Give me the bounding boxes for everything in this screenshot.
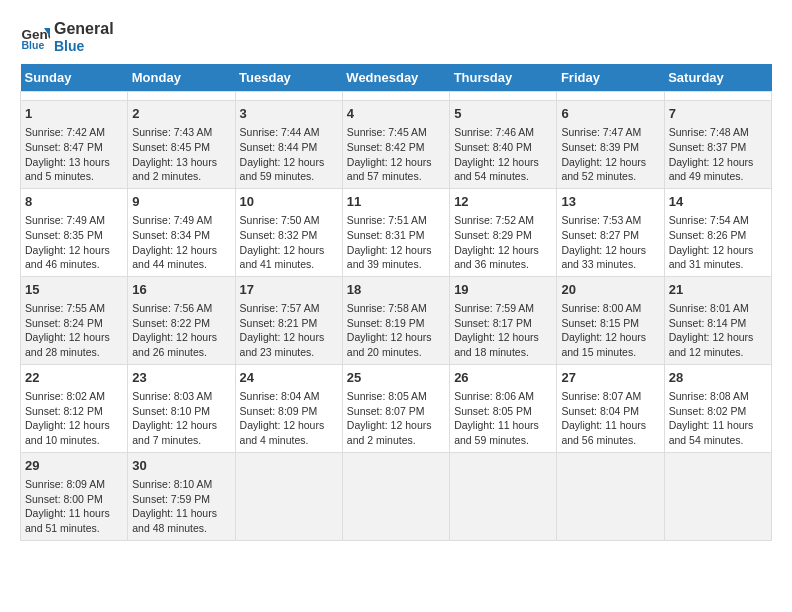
day-info: Sunrise: 7:49 AMSunset: 8:35 PMDaylight:…	[25, 213, 123, 272]
day-number: 23	[132, 369, 230, 387]
day-number: 8	[25, 193, 123, 211]
calendar-cell: 16Sunrise: 7:56 AMSunset: 8:22 PMDayligh…	[128, 276, 235, 364]
calendar-table: SundayMondayTuesdayWednesdayThursdayFrid…	[20, 64, 772, 541]
calendar-cell: 15Sunrise: 7:55 AMSunset: 8:24 PMDayligh…	[21, 276, 128, 364]
calendar-cell: 27Sunrise: 8:07 AMSunset: 8:04 PMDayligh…	[557, 364, 664, 452]
day-info: Sunrise: 7:59 AMSunset: 8:17 PMDaylight:…	[454, 301, 552, 360]
calendar-cell	[21, 92, 128, 101]
day-number: 22	[25, 369, 123, 387]
calendar-cell	[235, 92, 342, 101]
page-header: General Blue General Blue	[20, 20, 772, 54]
day-number: 12	[454, 193, 552, 211]
calendar-cell	[664, 452, 771, 540]
day-info: Sunrise: 7:55 AMSunset: 8:24 PMDaylight:…	[25, 301, 123, 360]
calendar-cell: 13Sunrise: 7:53 AMSunset: 8:27 PMDayligh…	[557, 188, 664, 276]
day-info: Sunrise: 7:56 AMSunset: 8:22 PMDaylight:…	[132, 301, 230, 360]
day-info: Sunrise: 7:47 AMSunset: 8:39 PMDaylight:…	[561, 125, 659, 184]
day-info: Sunrise: 7:42 AMSunset: 8:47 PMDaylight:…	[25, 125, 123, 184]
day-info: Sunrise: 8:06 AMSunset: 8:05 PMDaylight:…	[454, 389, 552, 448]
day-number: 1	[25, 105, 123, 123]
logo-general: General	[54, 20, 114, 38]
calendar-cell	[342, 92, 449, 101]
day-info: Sunrise: 7:50 AMSunset: 8:32 PMDaylight:…	[240, 213, 338, 272]
calendar-cell	[128, 92, 235, 101]
day-info: Sunrise: 8:10 AMSunset: 7:59 PMDaylight:…	[132, 477, 230, 536]
svg-text:Blue: Blue	[22, 39, 45, 51]
calendar-cell: 9Sunrise: 7:49 AMSunset: 8:34 PMDaylight…	[128, 188, 235, 276]
calendar-cell: 19Sunrise: 7:59 AMSunset: 8:17 PMDayligh…	[450, 276, 557, 364]
day-info: Sunrise: 8:04 AMSunset: 8:09 PMDaylight:…	[240, 389, 338, 448]
day-number: 6	[561, 105, 659, 123]
calendar-row-5: 22Sunrise: 8:02 AMSunset: 8:12 PMDayligh…	[21, 364, 772, 452]
day-header-monday: Monday	[128, 64, 235, 92]
calendar-cell: 21Sunrise: 8:01 AMSunset: 8:14 PMDayligh…	[664, 276, 771, 364]
day-number: 16	[132, 281, 230, 299]
day-info: Sunrise: 8:03 AMSunset: 8:10 PMDaylight:…	[132, 389, 230, 448]
day-number: 28	[669, 369, 767, 387]
calendar-cell	[557, 92, 664, 101]
calendar-cell: 11Sunrise: 7:51 AMSunset: 8:31 PMDayligh…	[342, 188, 449, 276]
day-number: 19	[454, 281, 552, 299]
day-info: Sunrise: 7:46 AMSunset: 8:40 PMDaylight:…	[454, 125, 552, 184]
calendar-cell	[664, 92, 771, 101]
day-number: 18	[347, 281, 445, 299]
calendar-cell: 8Sunrise: 7:49 AMSunset: 8:35 PMDaylight…	[21, 188, 128, 276]
calendar-cell: 29Sunrise: 8:09 AMSunset: 8:00 PMDayligh…	[21, 452, 128, 540]
calendar-cell: 24Sunrise: 8:04 AMSunset: 8:09 PMDayligh…	[235, 364, 342, 452]
day-number: 30	[132, 457, 230, 475]
day-info: Sunrise: 7:49 AMSunset: 8:34 PMDaylight:…	[132, 213, 230, 272]
calendar-cell: 17Sunrise: 7:57 AMSunset: 8:21 PMDayligh…	[235, 276, 342, 364]
day-info: Sunrise: 7:43 AMSunset: 8:45 PMDaylight:…	[132, 125, 230, 184]
calendar-cell	[235, 452, 342, 540]
day-header-thursday: Thursday	[450, 64, 557, 92]
calendar-cell: 7Sunrise: 7:48 AMSunset: 8:37 PMDaylight…	[664, 101, 771, 189]
day-header-tuesday: Tuesday	[235, 64, 342, 92]
day-number: 25	[347, 369, 445, 387]
day-header-wednesday: Wednesday	[342, 64, 449, 92]
calendar-cell: 4Sunrise: 7:45 AMSunset: 8:42 PMDaylight…	[342, 101, 449, 189]
day-header-sunday: Sunday	[21, 64, 128, 92]
day-info: Sunrise: 7:57 AMSunset: 8:21 PMDaylight:…	[240, 301, 338, 360]
calendar-cell: 3Sunrise: 7:44 AMSunset: 8:44 PMDaylight…	[235, 101, 342, 189]
calendar-cell: 23Sunrise: 8:03 AMSunset: 8:10 PMDayligh…	[128, 364, 235, 452]
calendar-cell: 22Sunrise: 8:02 AMSunset: 8:12 PMDayligh…	[21, 364, 128, 452]
day-info: Sunrise: 8:09 AMSunset: 8:00 PMDaylight:…	[25, 477, 123, 536]
day-info: Sunrise: 7:51 AMSunset: 8:31 PMDaylight:…	[347, 213, 445, 272]
day-number: 2	[132, 105, 230, 123]
calendar-cell	[450, 92, 557, 101]
calendar-cell: 2Sunrise: 7:43 AMSunset: 8:45 PMDaylight…	[128, 101, 235, 189]
day-info: Sunrise: 8:08 AMSunset: 8:02 PMDaylight:…	[669, 389, 767, 448]
calendar-cell	[557, 452, 664, 540]
calendar-cell	[342, 452, 449, 540]
calendar-row-3: 8Sunrise: 7:49 AMSunset: 8:35 PMDaylight…	[21, 188, 772, 276]
day-number: 7	[669, 105, 767, 123]
day-number: 10	[240, 193, 338, 211]
logo-blue: Blue	[54, 38, 114, 54]
day-number: 14	[669, 193, 767, 211]
day-number: 11	[347, 193, 445, 211]
day-number: 20	[561, 281, 659, 299]
calendar-cell: 18Sunrise: 7:58 AMSunset: 8:19 PMDayligh…	[342, 276, 449, 364]
day-info: Sunrise: 7:54 AMSunset: 8:26 PMDaylight:…	[669, 213, 767, 272]
calendar-cell: 1Sunrise: 7:42 AMSunset: 8:47 PMDaylight…	[21, 101, 128, 189]
day-info: Sunrise: 7:53 AMSunset: 8:27 PMDaylight:…	[561, 213, 659, 272]
calendar-cell: 14Sunrise: 7:54 AMSunset: 8:26 PMDayligh…	[664, 188, 771, 276]
day-header-friday: Friday	[557, 64, 664, 92]
calendar-cell: 26Sunrise: 8:06 AMSunset: 8:05 PMDayligh…	[450, 364, 557, 452]
logo: General Blue General Blue	[20, 20, 114, 54]
calendar-cell: 6Sunrise: 7:47 AMSunset: 8:39 PMDaylight…	[557, 101, 664, 189]
day-header-saturday: Saturday	[664, 64, 771, 92]
calendar-cell: 20Sunrise: 8:00 AMSunset: 8:15 PMDayligh…	[557, 276, 664, 364]
day-number: 17	[240, 281, 338, 299]
calendar-cell: 12Sunrise: 7:52 AMSunset: 8:29 PMDayligh…	[450, 188, 557, 276]
day-info: Sunrise: 8:02 AMSunset: 8:12 PMDaylight:…	[25, 389, 123, 448]
day-number: 13	[561, 193, 659, 211]
calendar-row-1	[21, 92, 772, 101]
day-number: 5	[454, 105, 552, 123]
day-info: Sunrise: 7:44 AMSunset: 8:44 PMDaylight:…	[240, 125, 338, 184]
calendar-row-4: 15Sunrise: 7:55 AMSunset: 8:24 PMDayligh…	[21, 276, 772, 364]
calendar-row-2: 1Sunrise: 7:42 AMSunset: 8:47 PMDaylight…	[21, 101, 772, 189]
calendar-cell: 25Sunrise: 8:05 AMSunset: 8:07 PMDayligh…	[342, 364, 449, 452]
day-info: Sunrise: 7:58 AMSunset: 8:19 PMDaylight:…	[347, 301, 445, 360]
day-number: 26	[454, 369, 552, 387]
